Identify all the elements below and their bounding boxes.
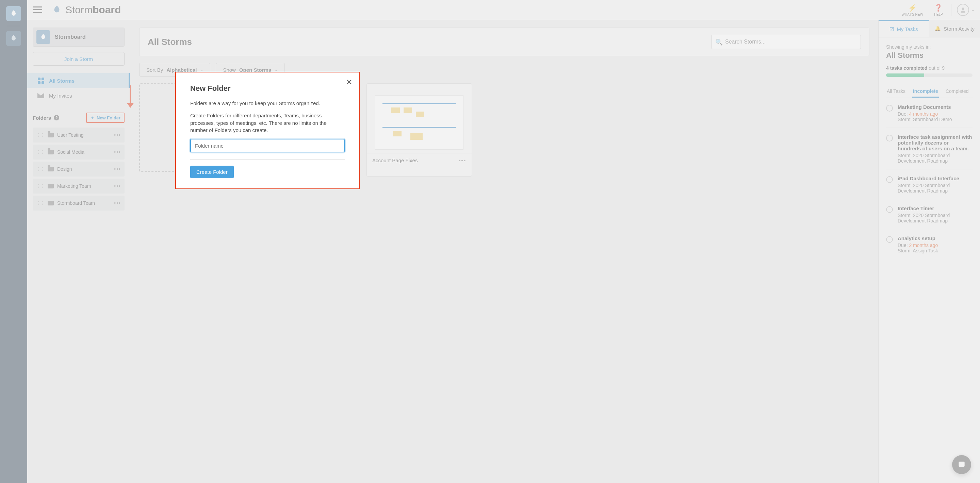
close-icon: ✕ xyxy=(346,78,352,86)
folder-name-input[interactable] xyxy=(190,139,345,153)
modal-scrim[interactable] xyxy=(0,0,980,483)
modal-text-2: Create Folders for different departments… xyxy=(190,112,345,134)
modal-close-button[interactable]: ✕ xyxy=(346,78,352,87)
modal-text-1: Folders are a way for you to keep your S… xyxy=(190,100,345,107)
create-folder-button[interactable]: Create Folder xyxy=(190,166,234,178)
new-folder-modal: ✕ New Folder Folders are a way for you t… xyxy=(175,72,360,189)
modal-title: New Folder xyxy=(190,84,345,93)
